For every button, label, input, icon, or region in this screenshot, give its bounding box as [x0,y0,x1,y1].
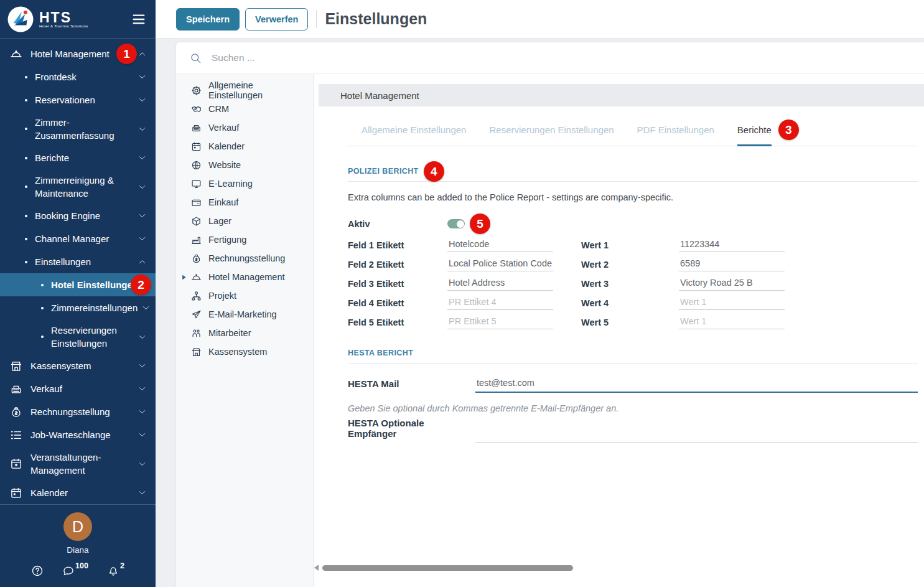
step-badge-3: 3 [778,120,799,140]
tab-berichte[interactable]: Berichte 3 [737,124,772,146]
chat-count: 100 [75,561,88,570]
hesta-recipients-row: HESTA Optionale Empfänger [348,425,918,443]
sidebar-item-job-warteschlange[interactable]: Job-Warteschlange [0,423,156,446]
hesta-report-heading: HESTA BERICHT [348,349,918,357]
calendar-star-icon [10,458,22,470]
nav-item-lager[interactable]: Lager [176,212,314,230]
nav-item-verkauf[interactable]: Verkauf [176,118,314,137]
discard-button[interactable]: Verwerfen [245,8,308,31]
nav-item-rechnungsstellung[interactable]: Rechnungsstellung [176,249,314,268]
chevron-down-icon [138,361,147,370]
sidebar-item-rechnungsstellung[interactable]: Rechnungsstellung [0,400,156,423]
nav-item-hotel-management[interactable]: Hotel Management [176,268,314,286]
wert-4-label: Wert 4 [581,298,681,308]
wallet-icon [191,197,202,208]
sidebar-item-reservationen[interactable]: Reservationen [0,88,156,111]
chevron-down-icon [138,124,147,134]
sidebar-item-hotel-einstellungen[interactable]: Hotel Einstellungen 2 [0,273,156,296]
nav-item-crm[interactable]: CRM [176,100,314,118]
tab-pdf-einstellungen[interactable]: PDF Einstellungen [637,124,714,146]
sidebar-item-einstellungen[interactable]: Einstellungen [0,250,156,273]
nav-item-e-learning[interactable]: E-Learning [176,174,314,193]
toggle-knob [457,220,464,228]
sidebar-user-section: D Diana 100 2 [0,504,156,587]
step-badge-5: 5 [470,214,490,234]
nav-item-einkauf[interactable]: Einkauf [176,193,314,212]
sidebar-menu: Hotel Management 1 Frontdesk Reservation… [0,39,156,504]
sidebar-item-berichte[interactable]: Berichte [0,146,156,169]
tab-reservierungen-einstellungen[interactable]: Reservierungen Einstellungen [489,124,614,146]
bullet-icon [41,336,44,338]
wert-3-input[interactable] [679,277,785,291]
notifications-button[interactable]: 2 [107,565,124,577]
police-report-form: Feld 1 Etikett Wert 1 Feld 2 Etikett Wer… [348,235,918,332]
scroll-left-arrow-icon[interactable] [314,565,319,571]
nav-item-e-mail-marketing[interactable]: E-Mail-Marketing [176,305,314,324]
help-button[interactable] [31,565,44,577]
nav-item-kalender[interactable]: Kalender [176,137,314,156]
chat-button[interactable]: 100 [62,565,88,577]
wert-3-label: Wert 3 [581,279,681,289]
chevron-up-icon [138,49,147,59]
sidebar-item-zimmereinstellungen[interactable]: Zimmereinstellungen [0,296,156,319]
feld-5-etikett-input[interactable] [447,316,553,329]
bell-icon [107,565,119,577]
sidebar-item-veranstaltungen-management[interactable]: Veranstaltungen-Management [0,446,156,481]
nav-item-allgemeine-einstellungen[interactable]: Allgemeine Einstellungen [176,81,314,100]
feld-2-etikett-input[interactable] [447,258,553,271]
wert-4-input[interactable] [679,296,785,310]
hesta-mail-input[interactable] [475,377,918,393]
feld-3-etikett-input[interactable] [447,277,553,291]
bullet-icon [25,215,27,217]
hamburger-menu-icon[interactable] [132,12,146,26]
hesta-mail-row: HESTA Mail [348,375,918,393]
hesta-mail-note: Geben Sie optional durch Kommas getrennt… [348,403,918,413]
step-badge-1: 1 [116,44,137,64]
save-button[interactable]: Speichern [176,8,240,31]
scrollbar-thumb[interactable] [322,565,573,571]
aktiv-label: Aktiv [348,219,447,229]
cloche-icon [191,272,202,283]
aktiv-toggle[interactable] [447,219,465,228]
nav-item-kassensystem[interactable]: Kassensystem [176,342,314,361]
sidebar-item-kassensystem[interactable]: Kassensystem [0,354,156,377]
feld-1-label: Feld 1 Etikett [348,240,447,250]
sidebar-item-zimmer-zusammenfassung[interactable]: Zimmer-Zusammenfassung [0,111,156,146]
sidebar-item-channel-manager[interactable]: Channel Manager [0,227,156,250]
sidebar-item-reservierungen-einstellungen[interactable]: Reservierungen Einstellungen [0,319,156,354]
sidebar-item-zimmerreinigung-maintenance[interactable]: Zimmerreinigung & Maintenance [0,169,156,204]
horizontal-scrollbar [314,563,924,572]
nav-item-fertigung[interactable]: Fertigung [176,230,314,249]
wert-2-label: Wert 2 [581,260,681,270]
sidebar-tools: 100 2 [31,565,124,577]
sidebar-item-booking-engine[interactable]: Booking Engine [0,204,156,227]
settings-nav: Allgemeine Einstellungen CRM Verkauf Kal… [176,74,314,587]
chevron-down-icon [138,488,147,497]
handshake-icon [191,104,202,115]
wert-2-input[interactable] [679,258,785,271]
nav-item-mitarbeiter[interactable]: Mitarbeiter [176,324,314,342]
police-report-description: Extra columns can be added to the Police… [348,192,918,202]
wert-5-label: Wert 5 [581,317,681,327]
hesta-recipients-input[interactable] [475,428,918,443]
main-area: Speichern Verwerfen Einstellungen Allgem… [156,0,924,587]
nav-item-website[interactable]: Website [176,156,314,174]
help-icon [31,565,44,577]
wert-1-input[interactable] [679,238,785,252]
wert-5-input[interactable] [679,316,785,329]
nav-item-projekt[interactable]: Projekt [176,286,314,305]
tab-allgemeine-einstellungen[interactable]: Allgemeine Einstellungen [362,124,466,146]
feld-1-etikett-input[interactable] [447,238,553,252]
sidebar-item-verkauf[interactable]: Verkauf [0,377,156,400]
chevron-down-icon [138,153,147,162]
sidebar-item-frontdesk[interactable]: Frontdesk [0,65,156,88]
brand-name: HTS [39,11,132,24]
sidebar-item-hotel-management[interactable]: Hotel Management 1 [0,42,156,65]
feld-4-etikett-input[interactable] [447,296,553,310]
feld-4-label: Feld 4 Etikett [348,298,447,308]
avatar[interactable]: D [63,512,92,541]
sidebar-item-kalender[interactable]: Kalender [0,481,156,504]
search-input[interactable] [212,52,910,63]
chevron-down-icon [138,95,147,105]
chevron-down-icon [138,407,147,416]
